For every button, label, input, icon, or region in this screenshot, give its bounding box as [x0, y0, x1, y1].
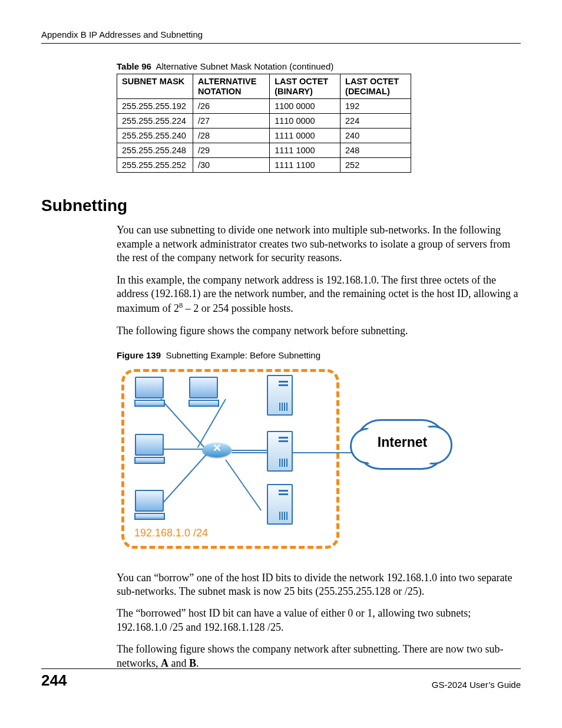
table-cell: 1111 0000 [270, 129, 340, 143]
table-cell: 255.255.255.252 [117, 158, 193, 173]
router-icon [202, 443, 232, 457]
table-96: Table 96 Alternative Subnet Mask Notatio… [117, 61, 521, 173]
table-row: 255.255.255.240/281111 0000240 [117, 129, 411, 143]
server-icon [267, 375, 293, 416]
page-number: 244 [41, 671, 67, 690]
figure-caption-text: Subnetting Example: Before Subnetting [166, 350, 320, 360]
body-text: You can use subnetting to divide one net… [117, 223, 521, 670]
table-row: 255.255.255.224/271110 0000224 [117, 114, 411, 129]
pc-icon [187, 377, 220, 406]
running-header: Appendix B IP Addresses and Subnetting [41, 29, 521, 44]
paragraph: You can “borrow” one of the host ID bits… [117, 571, 521, 599]
paragraph: The following figure shows the company n… [117, 643, 521, 670]
table-cell: 1100 0000 [270, 99, 340, 114]
page-footer: 244 GS-2024 User’s Guide [41, 668, 521, 690]
section-heading: Subnetting [41, 196, 521, 215]
table-cell: 255.255.255.240 [117, 129, 193, 143]
network-label: 192.168.1.0 /24 [134, 526, 208, 540]
pc-icon [133, 434, 166, 463]
col-last-octet-dec: LAST OCTET (DECIMAL) [340, 74, 411, 99]
pc-icon [133, 377, 166, 406]
paragraph: The “borrowed” host ID bit can have a va… [117, 607, 521, 634]
paragraph: You can use subnetting to divide one net… [117, 223, 521, 265]
table-cell: 252 [340, 158, 411, 173]
cloud-label: Internet [355, 434, 449, 452]
server-icon [267, 431, 293, 472]
table-cell: 255.255.255.248 [117, 143, 193, 158]
table-cell: 248 [340, 143, 411, 158]
table-cell: /26 [193, 99, 269, 114]
figure-caption: Figure 139 Subnetting Example: Before Su… [117, 350, 521, 361]
table-cell: /27 [193, 114, 269, 129]
wan-link [232, 452, 355, 453]
table-cell: 192 [340, 99, 411, 114]
internet-cloud: Internet [355, 419, 444, 472]
table-cell: /30 [193, 158, 269, 173]
table-cell: /28 [193, 129, 269, 143]
col-subnet-mask: SUBNET MASK [117, 74, 193, 99]
figure-139: Internet 192.168.1.0 /24 [117, 366, 447, 561]
table-row: 255.255.255.252/301111 1100252 [117, 158, 411, 173]
table-caption-text: Alternative Subnet Mask Notation (contin… [156, 61, 333, 71]
figure-label: Figure 139 [117, 350, 161, 360]
table-cell: 1111 1000 [270, 143, 340, 158]
table-cell: 255.255.255.192 [117, 99, 193, 114]
table-row: 255.255.255.248/291111 1000248 [117, 143, 411, 158]
table-cell: 1111 1100 [270, 158, 340, 173]
col-alt-notation: ALTERNATIVE NOTATION [193, 74, 269, 99]
table-cell: 224 [340, 114, 411, 129]
table-cell: 255.255.255.224 [117, 114, 193, 129]
pc-icon [133, 490, 166, 519]
table-caption: Table 96 Alternative Subnet Mask Notatio… [117, 61, 521, 71]
table-row: 255.255.255.192/261100 0000192 [117, 99, 411, 114]
table-cell: 240 [340, 129, 411, 143]
table-cell: /29 [193, 143, 269, 158]
paragraph: The following figure shows the company n… [117, 324, 521, 338]
guide-title: GS-2024 User’s Guide [432, 680, 521, 690]
paragraph: In this example, the company network add… [117, 274, 521, 316]
table-label: Table 96 [117, 61, 151, 71]
subnet-mask-table: SUBNET MASK ALTERNATIVE NOTATION LAST OC… [117, 74, 411, 173]
table-cell: 1110 0000 [270, 114, 340, 129]
server-icon [267, 484, 293, 525]
col-last-octet-bin: LAST OCTET (BINARY) [270, 74, 340, 99]
page: Appendix B IP Addresses and Subnetting T… [0, 0, 562, 707]
wire [164, 449, 205, 450]
